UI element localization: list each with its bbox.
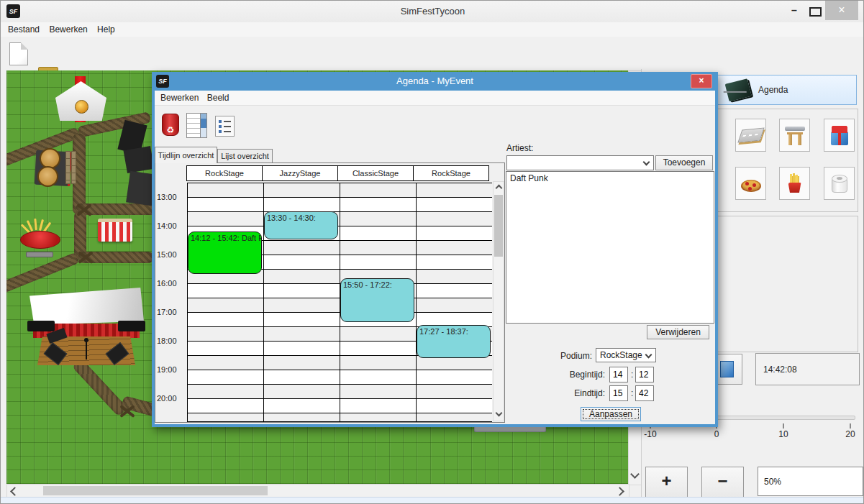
- apply-button[interactable]: Aanpassen: [581, 407, 641, 421]
- slider-tick: [783, 423, 784, 429]
- slider-label: 20: [839, 429, 862, 439]
- menu-help[interactable]: Help: [97, 22, 115, 37]
- scroll-down-icon[interactable]: [630, 469, 640, 479]
- book-cover: [725, 78, 752, 101]
- scrollbar-thumb[interactable]: [43, 486, 268, 495]
- item-button-stage-gate[interactable]: [779, 119, 810, 152]
- add-artist-button[interactable]: Toevoegen: [655, 155, 713, 170]
- road-tile-icon: [737, 127, 764, 142]
- main-stage-object[interactable]: [27, 286, 146, 368]
- item-button-road[interactable]: [735, 119, 766, 152]
- schedule-event[interactable]: 14:12 - 15:42: Daft Punk: [188, 232, 262, 274]
- timeline-view-icon[interactable]: [186, 113, 207, 138]
- end-time-label: Eindtijd:: [549, 388, 605, 398]
- artist-list-item[interactable]: Daft Punk: [506, 172, 714, 185]
- tp-hole: [837, 177, 842, 180]
- path-junction-marker: [77, 249, 94, 266]
- zoom-out-button[interactable]: −: [701, 467, 744, 498]
- delete-event-icon[interactable]: ♻: [162, 114, 179, 136]
- schedule-panel: RockStageJazzyStageClassicStageRockStage…: [155, 162, 505, 423]
- podium-combo-value: RockStage: [600, 350, 642, 360]
- zoom-in-button[interactable]: +: [645, 467, 688, 498]
- toilet-paper-icon: [832, 175, 847, 193]
- stage-column-header: RockStage: [413, 165, 489, 181]
- artist-combobox[interactable]: [506, 155, 654, 170]
- end-minute-input[interactable]: [635, 385, 654, 401]
- fries-sticks: [790, 174, 792, 183]
- play-button-icon: [720, 361, 734, 377]
- begin-time-label: Begintijd:: [549, 370, 605, 380]
- item-button-fries[interactable]: [779, 167, 810, 200]
- stage-roof: [29, 288, 144, 325]
- time-label: 19:00: [157, 365, 184, 374]
- schedule-event[interactable]: 13:30 - 14:30:: [264, 211, 338, 239]
- time-label: 18:00: [157, 336, 184, 345]
- dialog-title-bar[interactable]: SF Agenda - MyEvent ×: [152, 72, 718, 91]
- menu-bewerken[interactable]: Bewerken: [49, 22, 87, 37]
- planks-object[interactable]: [65, 151, 77, 184]
- schedule-grid[interactable]: 13:30 - 14:30:14:12 - 15:42: Daft Punk15…: [187, 183, 492, 422]
- item-button-gift[interactable]: [824, 119, 855, 152]
- item-button-pizza[interactable]: [735, 167, 766, 200]
- title-bar[interactable]: SF SimFestTycoon – ×: [1, 1, 864, 23]
- scroll-left-icon[interactable]: [10, 487, 19, 496]
- scroll-down-icon[interactable]: [496, 410, 503, 417]
- agenda-dialog[interactable]: SF Agenda - MyEvent × Bewerken Beeld ♻ T…: [152, 72, 718, 427]
- dialog-menu-bar: Bewerken Beeld: [155, 91, 715, 106]
- list-view-icon[interactable]: [215, 116, 235, 137]
- item-button-toilet-paper[interactable]: [824, 167, 855, 200]
- podium-label: Podium:: [543, 351, 592, 361]
- window-title: SimFestTycoon: [1, 1, 864, 22]
- plank: [71, 151, 76, 184]
- stage-equipment-object[interactable]: [118, 122, 154, 209]
- menu-bestand[interactable]: Bestand: [8, 22, 40, 37]
- gate-leg: [788, 132, 792, 145]
- time-separator: :: [631, 370, 633, 380]
- recycle-glyph: ♻: [167, 125, 175, 135]
- schedule-event[interactable]: 15:50 - 17:22:: [340, 278, 414, 321]
- minimize-button[interactable]: –: [785, 5, 804, 18]
- fries-stand-object[interactable]: [20, 219, 60, 257]
- begin-minute-input[interactable]: [635, 367, 654, 382]
- striped-stand-object[interactable]: [98, 219, 132, 242]
- time-label: 16:00: [157, 279, 184, 288]
- clock-display: 14:42:08: [755, 353, 860, 385]
- close-button[interactable]: ×: [825, 1, 858, 20]
- artist-label: Artiest:: [506, 143, 533, 153]
- tent-object[interactable]: [53, 81, 109, 121]
- book-pen: [724, 91, 747, 93]
- slider-tick: [850, 423, 851, 429]
- dialog-close-button[interactable]: ×: [691, 74, 712, 88]
- end-hour-input[interactable]: [609, 385, 628, 401]
- dialog-title: Agenda - MyEvent: [152, 72, 718, 91]
- remove-artist-button[interactable]: Verwijderen: [647, 325, 709, 339]
- time-label: 14:00: [157, 221, 184, 230]
- scroll-up-icon[interactable]: [496, 185, 503, 192]
- tab-lijst-overzicht[interactable]: Lijst overzicht: [217, 149, 273, 163]
- podium-combobox[interactable]: RockStage: [596, 348, 656, 362]
- pizza-icon: [741, 180, 761, 192]
- schedule-header: RockStageJazzyStageClassicStageRockStage: [186, 165, 488, 181]
- chevron-down-icon: [645, 352, 652, 359]
- new-file-icon[interactable]: [9, 42, 28, 65]
- scrollbar-thumb[interactable]: [494, 195, 503, 257]
- stage-column-header: JazzyStage: [262, 165, 338, 181]
- fries-cup: [788, 183, 801, 193]
- schedule-scrollbar[interactable]: [493, 181, 504, 421]
- artist-listbox[interactable]: Daft Punk: [506, 171, 714, 324]
- schedule-event[interactable]: 17:27 - 18:37:: [417, 325, 491, 358]
- stage-gate-icon: [785, 126, 805, 145]
- menu-bar: Bestand Bewerken Help: [1, 22, 864, 37]
- stage-speaker: [118, 321, 145, 331]
- dialog-menu-bewerken[interactable]: Bewerken: [160, 91, 199, 105]
- tab-tijdlijn-overzicht[interactable]: Tijdlijn overzicht: [155, 147, 217, 163]
- begin-hour-input[interactable]: [609, 367, 628, 382]
- gate-leg: [798, 132, 801, 145]
- maximize-button[interactable]: [809, 7, 822, 17]
- time-label: 15:00: [157, 250, 184, 259]
- scroll-right-icon[interactable]: [615, 487, 624, 496]
- zoom-value-display: 50%: [758, 467, 863, 496]
- chevron-down-icon: [643, 159, 650, 166]
- dialog-menu-beeld[interactable]: Beeld: [207, 91, 229, 105]
- gift-icon: [831, 132, 848, 145]
